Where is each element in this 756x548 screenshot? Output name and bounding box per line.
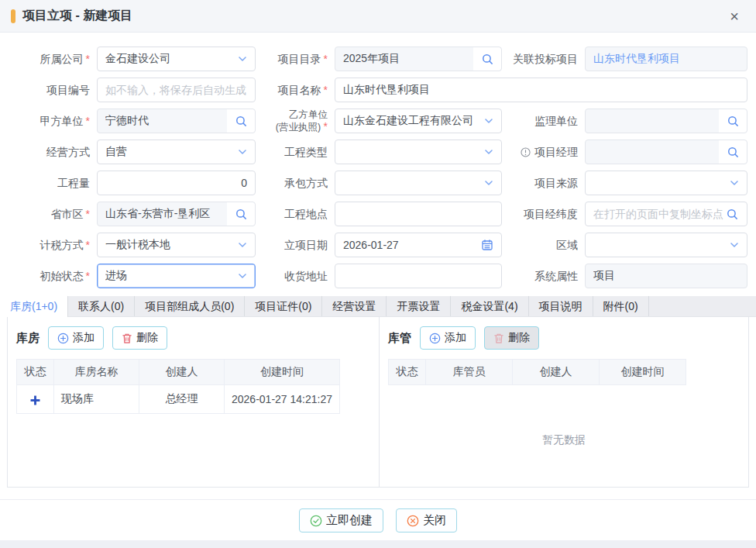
close-button[interactable]: 关闭 bbox=[396, 508, 457, 532]
project-name-label: 项目名称* bbox=[256, 84, 335, 96]
party-b-label: 乙方单位(营业执照) * bbox=[256, 109, 335, 133]
search-icon[interactable] bbox=[719, 140, 747, 164]
eng-type-label: 工程类型 bbox=[256, 146, 335, 158]
party-b-select[interactable]: 山东金石建设工程有限公司 bbox=[335, 109, 502, 133]
keeper-panel: 库管 添加 删除 状态 库管员 创建人 创建时间 暂无数 bbox=[379, 317, 748, 487]
chevron-down-icon bbox=[484, 116, 493, 126]
project-manager-label: 项目经理 bbox=[502, 146, 585, 158]
mgmt-mode-select[interactable]: 自营 bbox=[97, 140, 256, 164]
delivery-addr-input[interactable] bbox=[335, 264, 502, 288]
tab-attachments[interactable]: 附件(0) bbox=[593, 296, 649, 316]
project-source-label: 项目来源 bbox=[502, 177, 585, 189]
init-status-select[interactable]: 进场 bbox=[97, 264, 256, 288]
warehouse-add-button[interactable]: 添加 bbox=[48, 326, 104, 350]
x-circle-icon bbox=[407, 515, 419, 527]
tab-contacts[interactable]: 联系人(0) bbox=[68, 296, 135, 316]
date-picker[interactable]: 2026-01-27 bbox=[335, 233, 502, 257]
warehouse-panel-title: 库房 bbox=[16, 331, 40, 346]
location-label: 工程地点 bbox=[256, 208, 335, 220]
required-mark: * bbox=[86, 270, 90, 282]
title-accent-bar bbox=[11, 9, 15, 23]
project-manager-picker[interactable] bbox=[585, 140, 747, 164]
trash-icon bbox=[493, 333, 504, 344]
tab-tax-settings[interactable]: 税金设置(4) bbox=[451, 296, 528, 316]
chevron-down-icon bbox=[730, 178, 739, 188]
bid-project-label: 关联投标项目 bbox=[502, 53, 585, 65]
chevron-down-icon bbox=[484, 178, 493, 188]
sys-attr-field: 项目 bbox=[585, 264, 747, 288]
required-mark: * bbox=[86, 53, 90, 65]
project-name-input[interactable] bbox=[335, 78, 747, 102]
chevron-down-icon bbox=[730, 240, 739, 250]
tab-description[interactable]: 项目说明 bbox=[529, 296, 593, 316]
tax-mode-label: 计税方式* bbox=[0, 239, 97, 251]
tab-certificates[interactable]: 项目证件(0) bbox=[245, 296, 322, 316]
project-code-label: 项目编号 bbox=[0, 84, 97, 96]
chevron-down-icon bbox=[484, 147, 493, 157]
create-now-button[interactable]: 立即创建 bbox=[299, 508, 383, 532]
warehouse-delete-button[interactable]: 删除 bbox=[112, 326, 167, 350]
required-mark: * bbox=[324, 120, 328, 133]
party-a-picker[interactable]: 宁德时代 bbox=[97, 109, 256, 133]
plus-circle-icon bbox=[429, 333, 441, 344]
project-code-input[interactable] bbox=[97, 78, 256, 102]
mgmt-mode-label: 经营方式 bbox=[0, 146, 97, 158]
tab-invoice-settings[interactable]: 开票设置 bbox=[387, 296, 451, 316]
project-source-select[interactable] bbox=[585, 171, 747, 195]
close-icon[interactable]: × bbox=[730, 9, 739, 24]
trash-icon bbox=[122, 333, 132, 344]
date-label: 立项日期 bbox=[256, 239, 335, 251]
plus-circle-icon bbox=[57, 333, 69, 344]
region-label: 省市区* bbox=[0, 208, 97, 220]
search-icon[interactable] bbox=[227, 202, 255, 226]
bid-project-field: 山东时代垦利项目 bbox=[585, 47, 747, 71]
tax-mode-select[interactable]: 一般计税本地 bbox=[97, 233, 256, 257]
search-icon[interactable] bbox=[473, 47, 501, 71]
keeper-add-button[interactable]: 添加 bbox=[420, 326, 476, 350]
party-a-label: 甲方单位* bbox=[0, 115, 97, 127]
coords-input[interactable] bbox=[585, 202, 747, 226]
area-select[interactable] bbox=[585, 233, 747, 257]
dialog-header: 项目立项 - 新建项目 × bbox=[0, 0, 756, 33]
contract-mode-select[interactable] bbox=[335, 171, 502, 195]
company-select[interactable]: 金石建设公司 bbox=[97, 47, 256, 71]
region-picker[interactable]: 山东省-东营市-垦利区 bbox=[97, 202, 256, 226]
search-icon[interactable] bbox=[726, 208, 739, 221]
keeper-table: 状态 库管员 创建人 创建时间 bbox=[388, 359, 686, 385]
warehouse-tab-content: 库房 添加 删除 状态 库房名称 创建人 创建时间 bbox=[7, 317, 749, 488]
warehouse-table-header: 状态 库房名称 创建人 创建时间 bbox=[17, 360, 340, 385]
area-label: 区域 bbox=[502, 239, 585, 251]
table-row[interactable]: 现场库 总经理 2026-01-27 14:21:27 bbox=[17, 385, 340, 414]
plus-icon[interactable] bbox=[30, 395, 40, 405]
chevron-down-icon bbox=[238, 271, 247, 281]
tab-warehouse[interactable]: 库房(1+0) bbox=[0, 296, 68, 317]
supervisor-label: 监理单位 bbox=[502, 115, 585, 127]
coords-label: 项目经纬度 bbox=[502, 208, 585, 220]
sys-attr-label: 系统属性 bbox=[502, 270, 585, 282]
catalog-picker[interactable]: 2025年项目 bbox=[335, 47, 502, 71]
search-icon[interactable] bbox=[227, 109, 255, 133]
location-input[interactable] bbox=[335, 202, 502, 226]
tab-members[interactable]: 项目部组成人员(0) bbox=[135, 296, 245, 316]
supervisor-picker[interactable] bbox=[585, 109, 747, 133]
eng-type-select[interactable] bbox=[335, 140, 502, 164]
chevron-down-icon bbox=[238, 147, 247, 157]
required-mark: * bbox=[86, 239, 90, 251]
chevron-down-icon bbox=[238, 240, 247, 250]
quantity-input[interactable] bbox=[97, 171, 256, 195]
keeper-panel-title: 库管 bbox=[388, 331, 411, 346]
calendar-icon[interactable] bbox=[481, 239, 493, 251]
required-mark: * bbox=[324, 53, 328, 65]
required-mark: * bbox=[324, 84, 328, 96]
tab-operation-settings[interactable]: 经营设置 bbox=[322, 296, 387, 316]
project-form: 所属公司* 金石建设公司 项目目录* 2025年项目 关联投标项目 山东时代垦利… bbox=[0, 33, 756, 296]
keeper-delete-button[interactable]: 删除 bbox=[484, 326, 539, 350]
dialog-title: 项目立项 - 新建项目 bbox=[22, 8, 132, 24]
detail-tabs: 库房(1+0) 联系人(0) 项目部组成人员(0) 项目证件(0) 经营设置 开… bbox=[0, 296, 756, 317]
search-icon[interactable] bbox=[719, 109, 747, 133]
company-label: 所属公司* bbox=[0, 53, 97, 65]
dialog-footer: 立即创建 关闭 bbox=[0, 499, 756, 540]
info-icon bbox=[521, 147, 531, 157]
init-status-label: 初始状态* bbox=[0, 270, 97, 282]
delivery-addr-label: 收货地址 bbox=[256, 270, 335, 282]
